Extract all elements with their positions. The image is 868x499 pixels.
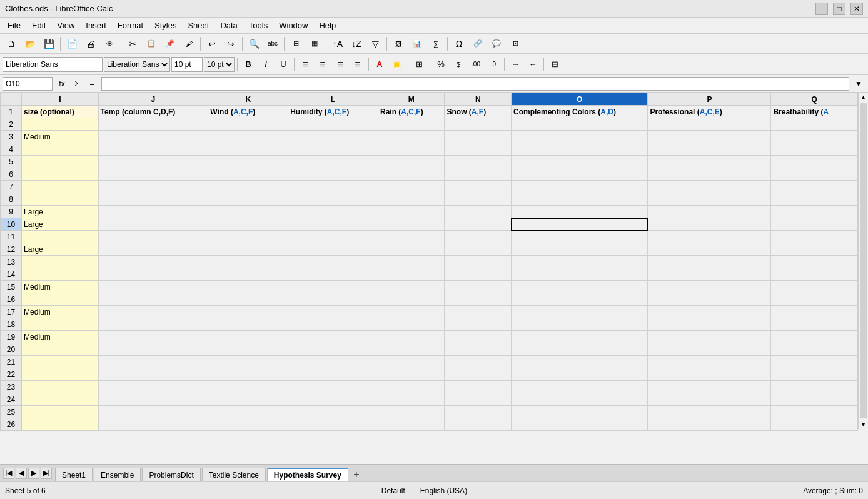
col-header-P[interactable]: P bbox=[648, 93, 771, 106]
bold-button[interactable]: B bbox=[240, 57, 256, 72]
cell-J11[interactable] bbox=[98, 231, 208, 243]
formula-input[interactable] bbox=[101, 77, 849, 91]
menu-file[interactable]: File bbox=[3, 19, 26, 31]
cell-M13[interactable] bbox=[378, 256, 445, 268]
cell-K15[interactable] bbox=[208, 281, 288, 293]
cell-O9[interactable] bbox=[512, 206, 648, 218]
cell-J7[interactable] bbox=[98, 181, 208, 193]
menu-data[interactable]: Data bbox=[215, 19, 242, 31]
cell-K18[interactable] bbox=[208, 318, 288, 331]
menu-format[interactable]: Format bbox=[113, 19, 148, 31]
function-wizard-button[interactable]: fx bbox=[55, 77, 69, 91]
cell-J14[interactable] bbox=[98, 268, 208, 281]
sheet-tab-ProblemsDict[interactable]: ProblemsDict bbox=[142, 468, 200, 481]
autofilter-button[interactable]: ▽ bbox=[366, 36, 384, 52]
col-header-O[interactable]: O bbox=[512, 93, 648, 106]
cell-Q4[interactable] bbox=[771, 143, 858, 156]
cell-I15[interactable]: Medium bbox=[22, 281, 99, 293]
underline-button[interactable]: U bbox=[275, 57, 291, 72]
tab-prev-button[interactable]: ◀ bbox=[16, 468, 27, 479]
cell-M6[interactable] bbox=[378, 168, 445, 181]
cell-K5[interactable] bbox=[208, 156, 288, 168]
font-name-input[interactable] bbox=[3, 57, 103, 72]
spreadsheet-area[interactable]: I J K L M N O P Q 1 size (optional) Temp… bbox=[0, 93, 868, 464]
cell-J3[interactable] bbox=[98, 131, 208, 143]
cell-O13[interactable] bbox=[512, 256, 648, 268]
add-sheet-button[interactable]: + bbox=[350, 468, 363, 481]
cell-L11[interactable] bbox=[288, 231, 378, 243]
cell-I7[interactable] bbox=[22, 181, 99, 193]
cell-J2[interactable] bbox=[98, 118, 208, 131]
cell-O5[interactable] bbox=[512, 156, 648, 168]
cell-O10[interactable] bbox=[512, 218, 648, 231]
cell-Q17[interactable] bbox=[771, 306, 858, 318]
cell-I20[interactable] bbox=[22, 343, 99, 356]
cell-Q9[interactable] bbox=[771, 206, 858, 218]
new-button[interactable]: 🗋 bbox=[3, 36, 20, 52]
font-size-input[interactable] bbox=[171, 57, 203, 72]
cell-K1[interactable]: Wind (A,C,F) bbox=[208, 106, 288, 118]
cell-L10[interactable] bbox=[288, 218, 378, 231]
cell-J1[interactable]: Temp (column C,D,F) bbox=[98, 106, 208, 118]
spell-button[interactable]: abc bbox=[264, 36, 281, 52]
cell-L2[interactable] bbox=[288, 118, 378, 131]
cell-M15[interactable] bbox=[378, 281, 445, 293]
cell-L3[interactable] bbox=[288, 131, 378, 143]
sum-button[interactable]: Σ bbox=[70, 77, 84, 91]
cell-Q15[interactable] bbox=[771, 281, 858, 293]
cell-L9[interactable] bbox=[288, 206, 378, 218]
cell-J13[interactable] bbox=[98, 256, 208, 268]
cell-L7[interactable] bbox=[288, 181, 378, 193]
cell-L5[interactable] bbox=[288, 156, 378, 168]
open-button[interactable]: 📂 bbox=[21, 36, 39, 52]
cell-I4[interactable] bbox=[22, 143, 99, 156]
cell-O15[interactable] bbox=[512, 281, 648, 293]
cell-O1[interactable]: Complementing Colors (A,D) bbox=[512, 106, 648, 118]
cell-Q8[interactable] bbox=[771, 193, 858, 206]
cell-K16[interactable] bbox=[208, 293, 288, 306]
scroll-down-button[interactable]: ▼ bbox=[859, 420, 868, 429]
cell-I9[interactable]: Large bbox=[22, 206, 99, 218]
cell-J4[interactable] bbox=[98, 143, 208, 156]
cell-P5[interactable] bbox=[648, 156, 771, 168]
cell-N14[interactable] bbox=[445, 268, 512, 281]
cell-P6[interactable] bbox=[648, 168, 771, 181]
cell-K13[interactable] bbox=[208, 256, 288, 268]
cell-I13[interactable] bbox=[22, 256, 99, 268]
align-left-button[interactable]: ≡ bbox=[297, 57, 313, 72]
cell-P9[interactable] bbox=[648, 206, 771, 218]
cell-O11[interactable] bbox=[512, 231, 648, 243]
cell-J18[interactable] bbox=[98, 318, 208, 331]
cell-O19[interactable] bbox=[512, 331, 648, 343]
cell-M14[interactable] bbox=[378, 268, 445, 281]
cell-Q5[interactable] bbox=[771, 156, 858, 168]
cell-I2[interactable] bbox=[22, 118, 99, 131]
cell-I16[interactable] bbox=[22, 293, 99, 306]
cell-M18[interactable] bbox=[378, 318, 445, 331]
cell-Q10[interactable] bbox=[771, 218, 858, 231]
cell-O7[interactable] bbox=[512, 181, 648, 193]
cell-M1[interactable]: Rain (A,C,F) bbox=[378, 106, 445, 118]
cell-O3[interactable] bbox=[512, 131, 648, 143]
cell-N19[interactable] bbox=[445, 331, 512, 343]
cell-P11[interactable] bbox=[648, 231, 771, 243]
name-box[interactable] bbox=[3, 77, 53, 91]
cell-M7[interactable] bbox=[378, 181, 445, 193]
cell-I12[interactable]: Large bbox=[22, 243, 99, 256]
cell-N10[interactable] bbox=[445, 218, 512, 231]
cell-I8[interactable] bbox=[22, 193, 99, 206]
cell-J20[interactable] bbox=[98, 343, 208, 356]
borders-button[interactable]: ⊞ bbox=[411, 57, 427, 72]
cell-J9[interactable] bbox=[98, 206, 208, 218]
cell-J15[interactable] bbox=[98, 281, 208, 293]
insert-chart-button[interactable]: 📊 bbox=[408, 36, 426, 52]
cell-L19[interactable] bbox=[288, 331, 378, 343]
cell-K12[interactable] bbox=[208, 243, 288, 256]
cell-L12[interactable] bbox=[288, 243, 378, 256]
cell-M12[interactable] bbox=[378, 243, 445, 256]
cell-P1[interactable]: Professional (A,C,E) bbox=[648, 106, 771, 118]
menu-edit[interactable]: Edit bbox=[27, 19, 51, 31]
cell-Q11[interactable] bbox=[771, 231, 858, 243]
font-name-dropdown[interactable]: Liberation Sans bbox=[104, 57, 170, 72]
cell-I11[interactable] bbox=[22, 231, 99, 243]
